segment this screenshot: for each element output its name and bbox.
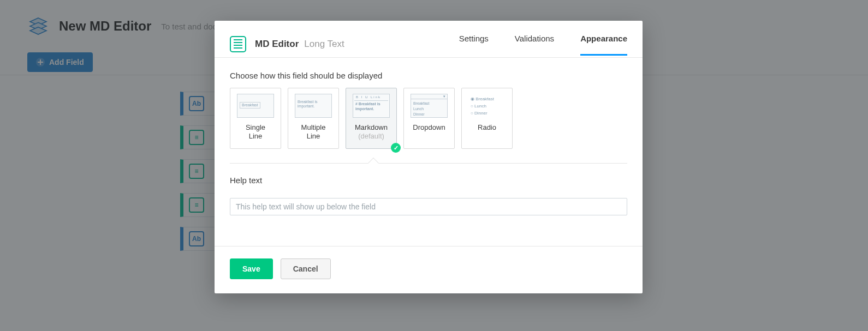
tab-appearance[interactable]: Appearance	[580, 31, 627, 56]
display-option-label: Dropdown	[413, 123, 445, 132]
tab-settings[interactable]: Settings	[459, 31, 489, 56]
display-option-label: MultipleLine	[301, 123, 326, 141]
display-section-label: Choose how this field should be displaye…	[230, 71, 627, 80]
modal-body: Choose how this field should be displaye…	[215, 58, 643, 221]
display-options: Breakfast SingleLine Breakfast is import…	[230, 88, 627, 149]
display-option-single-line[interactable]: Breakfast SingleLine	[230, 88, 281, 149]
modal-header: MD Editor Long Text Settings Validations…	[215, 21, 643, 58]
tab-validations[interactable]: Validations	[515, 31, 554, 56]
multiple-line-preview: Breakfast is important.	[295, 94, 332, 118]
display-option-dropdown[interactable]: ▾ BreakfastLunchDinner Dropdown	[403, 88, 455, 149]
modal-footer: Save Cancel	[215, 246, 643, 293]
field-settings-modal: MD Editor Long Text Settings Validations…	[215, 21, 643, 293]
long-text-icon	[230, 36, 246, 52]
display-option-radio[interactable]: ◉ Breakfast○ Lunch○ Dinner Radio	[461, 88, 513, 149]
help-text-input[interactable]	[230, 198, 627, 215]
radio-preview: ◉ Breakfast○ Lunch○ Dinner	[468, 94, 506, 118]
display-option-label: Radio	[478, 123, 496, 132]
check-icon: ✓	[391, 143, 401, 153]
modal-tabs: Settings Validations Appearance	[459, 31, 627, 57]
dropdown-preview: ▾ BreakfastLunchDinner	[411, 94, 448, 118]
display-option-multiple-line[interactable]: Breakfast is important. MultipleLine	[288, 88, 339, 149]
help-text-section: Help text	[230, 163, 627, 215]
cancel-button[interactable]: Cancel	[281, 258, 331, 279]
save-button[interactable]: Save	[230, 258, 273, 279]
single-line-preview: Breakfast	[237, 94, 274, 118]
modal-title: MD Editor	[255, 39, 299, 50]
modal-subtitle: Long Text	[304, 39, 344, 50]
help-text-label: Help text	[230, 176, 627, 185]
display-option-label: SingleLine	[246, 123, 265, 141]
display-option-label: Markdown (default)	[355, 123, 388, 141]
markdown-preview: B I U Link # Breakfast is important.	[353, 94, 390, 118]
section-pointer-icon	[368, 158, 379, 168]
display-option-markdown[interactable]: B I U Link # Breakfast is important. Mar…	[346, 88, 397, 149]
